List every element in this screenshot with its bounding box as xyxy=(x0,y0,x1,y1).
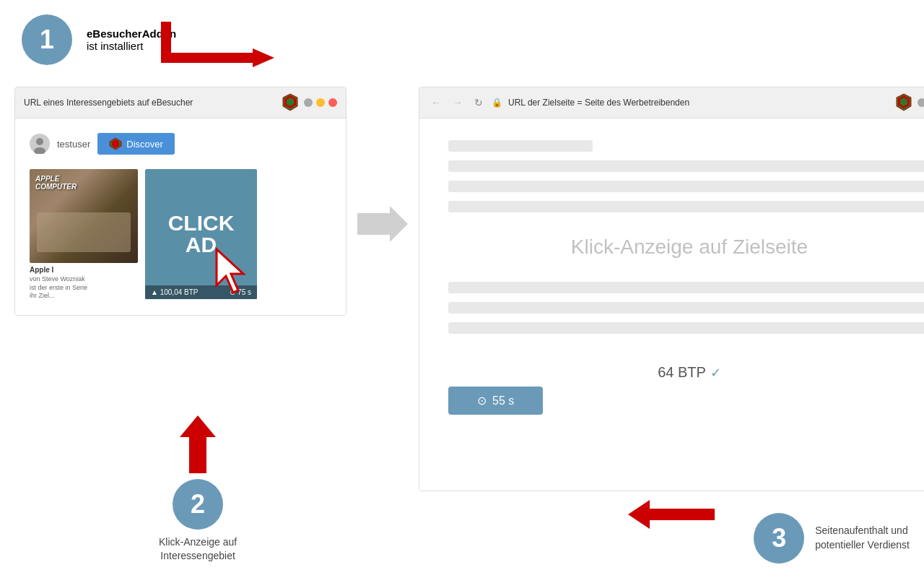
btp-amount: 64 BTP ✓ xyxy=(448,364,924,381)
article-image: APPLECOMPUTER xyxy=(30,169,138,263)
addon-icon-left xyxy=(282,93,298,112)
step2-label: Klick-Anzeige auf Interessengebiet xyxy=(159,535,237,564)
skeleton-long5 xyxy=(448,302,924,314)
lock-icon: 🔒 xyxy=(492,98,502,108)
skeleton-long1 xyxy=(448,160,924,172)
arrow-right-icon xyxy=(357,202,408,246)
svg-marker-1 xyxy=(253,48,274,67)
svg-marker-14 xyxy=(180,415,216,473)
timer-button[interactable]: ⊙ 55 s xyxy=(448,387,543,415)
skeleton-long2 xyxy=(448,181,924,192)
browser-left: URL eines Interessengebiets auf eBesuche… xyxy=(14,87,346,316)
step3-label: Seitenaufenthalt und potentieller Verdie… xyxy=(815,524,910,552)
user-avatar xyxy=(30,134,50,154)
step3-container: 3 Seitenaufenthalt und potentieller Verd… xyxy=(754,513,910,564)
skeleton-long3 xyxy=(448,201,924,212)
browser-right: ← → ↻ 🔒 URL der Zielseite = Seite des We… xyxy=(419,87,924,491)
ad-btp: ▲ 100,04 BTP xyxy=(151,288,199,296)
skeleton-long6 xyxy=(448,322,924,334)
clock-icon: ⊙ xyxy=(477,394,487,407)
skeleton-short xyxy=(448,140,593,152)
discover-button[interactable]: Discover xyxy=(97,133,175,155)
forward-button[interactable]: → xyxy=(450,95,466,110)
step2-container: 2 Klick-Anzeige auf Interessengebiet xyxy=(159,415,237,564)
right-browser-dots xyxy=(918,98,924,107)
arrow-step1-down xyxy=(159,14,274,101)
right-browser-body: Klick-Anzeige auf Zielseite 64 BTP ✓ ⊙ 5… xyxy=(419,118,924,491)
target-page-label: Klick-Anzeige auf Zielseite xyxy=(448,236,924,259)
big-arrow-right xyxy=(354,202,411,246)
right-browser-url: URL der Zielseite = Seite des Werbetreib… xyxy=(508,98,890,108)
cursor-icon xyxy=(213,246,256,296)
left-browser-dots xyxy=(304,98,337,107)
user-row: testuser Discover xyxy=(30,133,331,155)
skeleton-long4 xyxy=(448,282,924,293)
reward-area: 64 BTP ✓ ⊙ 55 s xyxy=(448,364,924,415)
dot-yellow xyxy=(316,98,325,107)
username: testuser xyxy=(57,139,90,150)
keyboard-visual xyxy=(37,212,131,252)
content-area: APPLECOMPUTER Apple I von Steve Wozniak … xyxy=(30,169,331,301)
dot-red xyxy=(328,98,337,107)
dot-gray2 xyxy=(918,98,924,107)
svg-marker-15 xyxy=(628,500,715,529)
svg-marker-16 xyxy=(217,249,243,293)
article-caption: Apple I xyxy=(30,266,138,274)
addon-icon-right xyxy=(896,93,912,112)
discover-icon xyxy=(109,137,122,150)
arrow-up-red xyxy=(180,415,216,473)
step3-badge: 3 xyxy=(754,513,804,564)
right-browser-toolbar: ← → ↻ 🔒 URL der Zielseite = Seite des We… xyxy=(419,87,924,118)
refresh-button[interactable]: ↻ xyxy=(471,95,486,110)
article-img-text: APPLECOMPUTER xyxy=(35,175,77,191)
svg-point-6 xyxy=(36,138,43,145)
step1-badge: 1 xyxy=(22,14,72,65)
step1-header: 1 eBesucherAddon ist installiert xyxy=(0,0,924,79)
back-button[interactable]: ← xyxy=(428,95,444,110)
svg-marker-10 xyxy=(357,206,408,242)
article-card: APPLECOMPUTER Apple I von Steve Wozniak … xyxy=(30,169,138,301)
arrow-left-red xyxy=(628,500,715,529)
dot-gray xyxy=(304,98,313,107)
left-browser-body: testuser Discover APPLECOMPUTER xyxy=(15,118,346,315)
step2-badge: 2 xyxy=(173,479,223,530)
article-excerpt: von Steve Wozniak ist der erste in Serie… xyxy=(30,275,138,301)
check-icon: ✓ xyxy=(710,365,721,381)
